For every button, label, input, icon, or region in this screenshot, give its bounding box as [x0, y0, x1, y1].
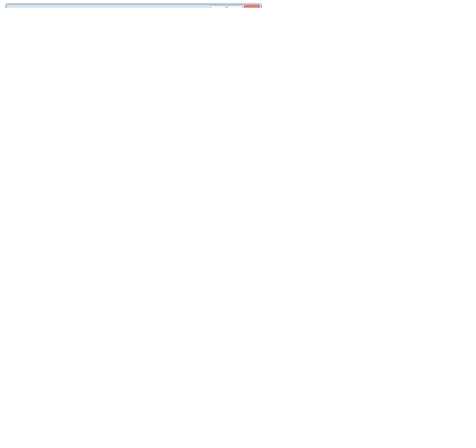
minimize-button[interactable]	[210, 5, 226, 8]
win-titlebar	[6, 4, 261, 8]
close-button[interactable]	[244, 5, 260, 8]
maximize-button[interactable]	[227, 5, 243, 8]
browser-window-1: 情報学広場 × ← → ⟳ 🔒 保護された通信 | https://ums.ix…	[6, 4, 261, 8]
